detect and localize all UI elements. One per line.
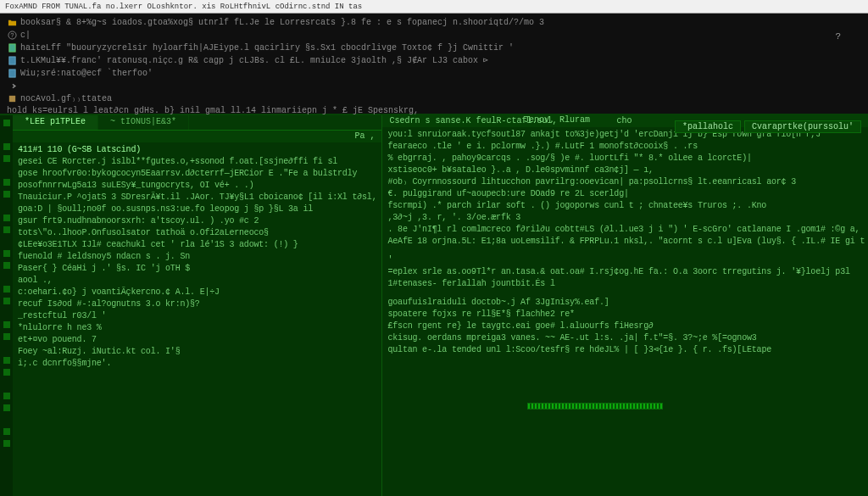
right-tab-1[interactable]: Jenov. Rluram: [524, 115, 590, 125]
svg-rect-19: [3, 357, 10, 364]
left-gutter: [0, 115, 13, 496]
top-row: booksar§ & 8+%g~s ioados.gtoa%xog§ utnrl…: [7, 17, 861, 27]
code-line: et+¤vo pouend. 7: [18, 334, 376, 346]
svg-rect-8: [3, 155, 10, 162]
code-line: gose hroofvr0o:bykogcocyn5Eaarrsv.d∂cter…: [18, 168, 376, 180]
code-line: xstiseoc0+ b¥sataleo }..a , D.le0spvminn…: [387, 164, 868, 176]
top-row-text: nocAvol.gf₎₎ttatea: [20, 93, 112, 103]
svg-rect-17: [3, 321, 10, 328]
code-line: qultan e-.la tended unl l:Scoo/tesfr§ re…: [387, 344, 868, 356]
svg-rect-5: [8, 95, 14, 101]
svg-rect-22: [3, 404, 10, 411]
code-line: ': [387, 254, 868, 266]
svg-rect-16: [3, 298, 10, 304]
code-line: aool .,: [18, 275, 376, 287]
code-line: posofnnrrwLg5a13 suLESy¥_tungocryts, OI …: [18, 180, 376, 192]
gutter-marker[interactable]: [1, 212, 13, 223]
code-line: c:oehari.¢o} j voantiÃçkercno.¢ A.l. E|÷…: [18, 287, 376, 298]
gutter-marker[interactable]: [1, 200, 13, 211]
code-line: tots\"o..lhooP.Onfusolsator tathoä o.Ofi…: [18, 227, 376, 239]
main-area: *LEE p1TPLEe~ tIONUS|E&3* Pa , 411#1 110…: [0, 115, 868, 496]
code-line: goa:D | §oull;no0f oo.susnps.ns3:ue.fo l…: [18, 203, 376, 215]
code-line: £fscn rgent re} le taygtc.eai goe# l.alu…: [387, 320, 868, 332]
gutter-marker[interactable]: [1, 343, 13, 354]
gutter-marker[interactable]: [1, 129, 13, 140]
help-icon: ?: [7, 30, 17, 40]
gutter-marker[interactable]: [1, 319, 13, 330]
svg-rect-23: [3, 428, 10, 435]
scrollbar-thumb[interactable]: [528, 404, 662, 409]
left-tab[interactable]: *LEE p1TPLEe: [13, 115, 98, 130]
file-icon: [7, 42, 17, 53]
badge-2[interactable]: Cvaraprtke(purssolu': [744, 120, 861, 133]
gutter-marker[interactable]: [1, 153, 13, 164]
gutter-marker[interactable]: [1, 117, 13, 128]
title-bar: FoxAMND FROM TUNAL.fa no.lxerr OLoshknto…: [0, 0, 868, 14]
left-tab[interactable]: ~ tIONUS|E&3*: [98, 115, 189, 130]
gutter-marker[interactable]: [1, 141, 13, 152]
svg-rect-7: [3, 143, 10, 150]
svg-rect-15: [3, 286, 10, 293]
folder-icon: [7, 17, 17, 27]
gutter-marker[interactable]: [1, 283, 13, 294]
top-row: haiteLff "buouryzycrelsir hyloarfih|AJEi…: [7, 42, 861, 53]
right-badges: *pallaholc Cvaraprtke(purssolu': [675, 120, 861, 133]
gutter-marker[interactable]: [1, 331, 13, 342]
code-line: recuf Is∂od #-:al?ognutns 3.o kr:n)§?: [18, 298, 376, 310]
svg-rect-4: [8, 69, 14, 76]
top-row-text: Wiu;sré:nato@ecf `therfoo': [20, 69, 153, 78]
badge-1[interactable]: *pallaholc: [675, 120, 741, 133]
svg-rect-20: [3, 369, 10, 376]
code-line: i;.c dcnrfo§§mjne'.: [18, 358, 376, 370]
code-line: Foey ~al:Ruzj. iNutic.kt col. I'§: [18, 346, 376, 358]
left-tabbar: *LEE p1TPLEe~ tIONUS|E&3*: [13, 115, 381, 131]
gutter-marker[interactable]: [1, 271, 13, 282]
gutter-marker[interactable]: [1, 164, 13, 176]
top-row-text: booksar§ & 8+%g~s ioados.gtoa%xog§ utnrl…: [20, 18, 544, 27]
left-header-row: Pa ,: [13, 131, 381, 142]
code-line: gesei CE Rorcter.j islbl**fgutes.o,+sson…: [18, 156, 376, 168]
left-content[interactable]: 411#1 110 (G~SB Latscind)gesei CE Rorcte…: [13, 142, 381, 496]
gutter-marker[interactable]: [1, 259, 13, 270]
code-line: ckisug. oerdans mpreiga3 vanes. ~~ AE-.u…: [387, 332, 868, 344]
gutter-marker[interactable]: [1, 390, 13, 401]
code-line: % ebgrraj. , pahoy9carcqs . .sog/§ )e #.…: [387, 153, 868, 164]
svg-rect-14: [3, 262, 10, 269]
right-content[interactable]: you:l snruioraak.tycfsoutl87 ankajt to%3…: [382, 127, 868, 496]
gutter-marker[interactable]: [1, 295, 13, 306]
gutter-marker[interactable]: [1, 426, 13, 437]
gutter-marker[interactable]: [1, 402, 13, 413]
gutter-marker[interactable]: [1, 437, 13, 449]
top-row: t.LKMul¥¥.franc' ratonusq.niçc.g R& cagp…: [7, 55, 861, 65]
gutter-marker[interactable]: [1, 307, 13, 318]
svg-rect-6: [3, 120, 10, 126]
code-line: spoatere fojxs re rll§E*§ flachhe2 re*: [387, 309, 868, 320]
gutter-marker[interactable]: [1, 248, 13, 259]
left-pane: *LEE p1TPLEe~ tIONUS|E&3* Pa , 411#1 110…: [13, 115, 381, 496]
gutter-marker[interactable]: [1, 224, 13, 235]
gutter-marker[interactable]: [1, 354, 13, 365]
help-icon[interactable]: ?: [835, 31, 841, 42]
gutter-marker[interactable]: [1, 378, 13, 389]
code-line: AeAfE 18 orjna.5L: E1;8a uoLemsilif. & F…: [387, 236, 868, 248]
right-header-col: cho: [617, 116, 632, 126]
gutter-marker[interactable]: [1, 176, 13, 187]
gutter-marker[interactable]: [1, 414, 13, 425]
code-line: goaufuislraiduli doctob~.j Af 3JgInisy%.…: [387, 297, 868, 309]
code-line: *nlulorre h ne3 %: [18, 322, 376, 334]
gutter-marker[interactable]: [1, 188, 13, 199]
top-row: nocAvol.gf₎₎ttatea: [7, 93, 861, 103]
svg-rect-11: [3, 215, 10, 221]
code-line: Tnauiciur.P ^ojatS 3 SDresrÄ¥t.il .JAor.…: [18, 192, 376, 203]
horizontal-scrollbar[interactable]: [527, 403, 663, 410]
svg-rect-3: [8, 56, 14, 64]
top-row-text: t.LKMul¥¥.franc' ratonusq.niçc.g R& cagp…: [20, 55, 488, 65]
gutter-marker[interactable]: [1, 236, 13, 247]
svg-rect-18: [3, 333, 10, 340]
svg-rect-13: [3, 250, 10, 257]
doc-icon: [7, 68, 17, 78]
top-row: Wiu;sré:nato@ecf `therfoo': [7, 68, 861, 78]
gutter-marker[interactable]: [1, 366, 13, 377]
code-line: =eplex srle as.oo9Tl*r an.tasa.& oat.oa#…: [387, 266, 868, 278]
arrow-icon: [7, 81, 17, 91]
